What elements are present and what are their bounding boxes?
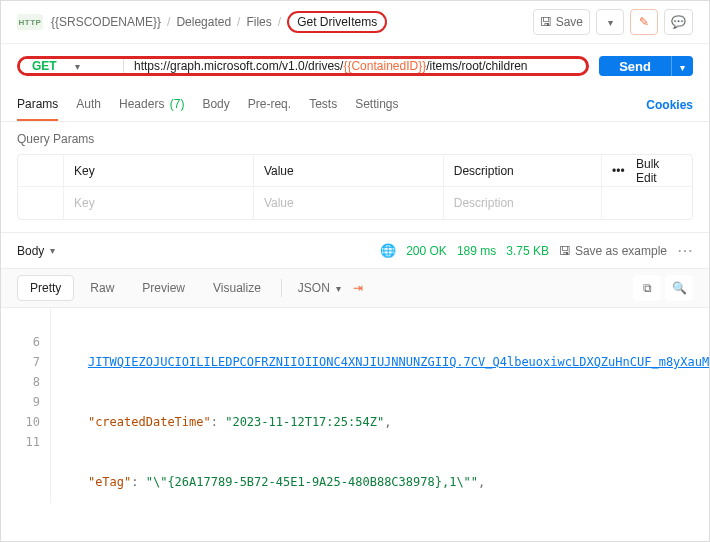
- breadcrumb-current: Get DriveItems: [287, 11, 387, 33]
- tab-auth[interactable]: Auth: [76, 88, 101, 121]
- share-button[interactable]: ✎: [630, 9, 658, 35]
- breadcrumb-srs[interactable]: {{SRSCODENAME}}: [51, 15, 161, 29]
- breadcrumb-delegated[interactable]: Delegated: [176, 15, 231, 29]
- status-size: 3.75 KB: [506, 244, 549, 258]
- table-input-row[interactable]: Key Value Description: [18, 187, 692, 219]
- network-icon[interactable]: 🌐: [380, 243, 396, 258]
- code-content[interactable]: JITWQIEZOJUCIOILILEDPCOFRZNIIOIIONC4XNJI…: [51, 308, 709, 503]
- col-value: Value: [254, 155, 444, 186]
- format-dropdown[interactable]: JSON ▾: [290, 277, 349, 299]
- view-preview[interactable]: Preview: [130, 276, 197, 300]
- share-icon: ✎: [639, 15, 649, 29]
- url-input[interactable]: https://graph.microsoft.com/v1.0/drives/…: [124, 59, 586, 73]
- cookies-link[interactable]: Cookies: [646, 98, 693, 112]
- send-button[interactable]: Send: [599, 56, 671, 76]
- comment-icon: 💬: [671, 15, 686, 29]
- view-raw[interactable]: Raw: [78, 276, 126, 300]
- request-row: GET ▾ https://graph.microsoft.com/v1.0/d…: [1, 44, 709, 88]
- tab-tests[interactable]: Tests: [309, 88, 337, 121]
- line-wrap-icon[interactable]: ⇥: [353, 281, 363, 295]
- value-input[interactable]: Value: [254, 187, 444, 219]
- response-body-dropdown[interactable]: Body ▾: [17, 244, 55, 258]
- status-code: 200 OK: [406, 244, 447, 258]
- view-visualize[interactable]: Visualize: [201, 276, 273, 300]
- col-key: Key: [64, 155, 254, 186]
- breadcrumb: {{SRSCODENAME}} / Delegated / Files / Ge…: [51, 11, 387, 33]
- params-table: Key Value Description ••• Bulk Edit Key …: [17, 154, 693, 220]
- save-as-example[interactable]: 🖫 Save as example: [559, 244, 667, 258]
- tab-settings[interactable]: Settings: [355, 88, 398, 121]
- tab-headers[interactable]: Headers (7): [119, 88, 184, 121]
- search-icon[interactable]: 🔍: [665, 275, 693, 301]
- tab-prereq[interactable]: Pre-req.: [248, 88, 291, 121]
- col-description: Description: [444, 155, 602, 186]
- bulk-edit-link[interactable]: ••• Bulk Edit: [602, 155, 692, 186]
- tab-params[interactable]: Params: [17, 88, 58, 121]
- line-gutter: 6 7 8 9 10 11: [1, 308, 51, 503]
- tab-body[interactable]: Body: [202, 88, 229, 121]
- request-box: GET ▾ https://graph.microsoft.com/v1.0/d…: [17, 56, 589, 76]
- description-input[interactable]: Description: [444, 187, 602, 219]
- query-params-title: Query Params: [1, 122, 709, 154]
- response-view-tabs: Pretty Raw Preview Visualize JSON ▾ ⇥ ⧉ …: [1, 269, 709, 308]
- method-select[interactable]: GET ▾: [20, 59, 124, 73]
- view-pretty[interactable]: Pretty: [17, 275, 74, 301]
- more-actions[interactable]: ⋯: [677, 241, 693, 260]
- http-method-badge: HTTP: [17, 14, 43, 30]
- save-icon: 🖫: [559, 244, 571, 258]
- key-input[interactable]: Key: [64, 187, 254, 219]
- send-button-group: Send ▾: [599, 56, 693, 76]
- chevron-down-icon: ▾: [336, 283, 341, 294]
- save-icon: 🖫: [540, 15, 552, 29]
- chevron-down-icon: ▾: [75, 61, 80, 72]
- table-header-row: Key Value Description ••• Bulk Edit: [18, 155, 692, 187]
- breadcrumb-bar: HTTP {{SRSCODENAME}} / Delegated / Files…: [1, 1, 709, 44]
- response-body: 6 7 8 9 10 11 JITWQIEZOJUCIOILILEDPCOFRZ…: [1, 308, 709, 503]
- response-bar: Body ▾ 🌐 200 OK 189 ms 3.75 KB 🖫 Save as…: [1, 232, 709, 269]
- url-variable: {{ContainedID}}: [343, 59, 426, 73]
- comment-button[interactable]: 💬: [664, 9, 693, 35]
- status-time: 189 ms: [457, 244, 496, 258]
- copy-icon[interactable]: ⧉: [633, 275, 661, 301]
- request-tabs: Params Auth Headers (7) Body Pre-req. Te…: [1, 88, 709, 122]
- save-button[interactable]: 🖫 Save: [533, 9, 590, 35]
- send-dropdown[interactable]: ▾: [671, 56, 693, 76]
- chevron-down-icon: ▾: [50, 245, 55, 256]
- save-dropdown[interactable]: ▾: [596, 9, 624, 35]
- method-label: GET: [32, 59, 57, 73]
- breadcrumb-files[interactable]: Files: [246, 15, 271, 29]
